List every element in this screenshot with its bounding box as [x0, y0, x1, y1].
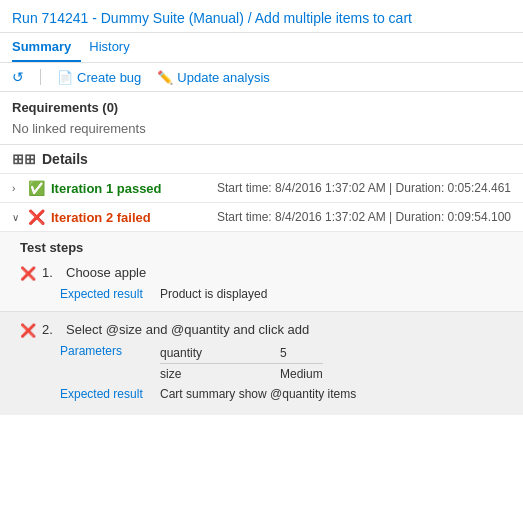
- details-expand-icon[interactable]: ⊞: [12, 151, 36, 167]
- iteration-1-chevron: ›: [12, 183, 22, 194]
- step-2-expected-value: Cart summary show @quantity items: [160, 387, 356, 401]
- step-1-row: ❌ 1. Choose apple: [20, 263, 503, 283]
- step-2-status-icon: ❌: [20, 323, 36, 338]
- tabs-bar: Summary History: [0, 33, 523, 63]
- step-2-action: Select @size and @quantity and click add: [66, 322, 309, 337]
- iteration-2-meta: Start time: 8/4/2016 1:37:02 AM | Durati…: [217, 210, 511, 224]
- refresh-icon: [12, 69, 24, 85]
- step-2-row: ❌ 2. Select @size and @quantity and clic…: [20, 320, 503, 340]
- requirements-empty: No linked requirements: [0, 119, 523, 144]
- step-2-section: ❌ 2. Select @size and @quantity and clic…: [0, 311, 523, 415]
- step-1-expected-label: Expected result: [60, 287, 160, 301]
- page-title: Run 714241 - Dummy Suite (Manual) / Add …: [0, 0, 523, 33]
- toolbar-divider: [40, 69, 41, 85]
- tab-summary[interactable]: Summary: [12, 33, 81, 62]
- param-value-size: Medium: [280, 367, 323, 381]
- details-title: Details: [42, 151, 88, 167]
- step-1-status-icon: ❌: [20, 266, 36, 281]
- details-header: ⊞ Details: [0, 144, 523, 173]
- iteration-2-chevron: ∨: [12, 212, 22, 223]
- param-row-size: size Medium: [160, 367, 323, 381]
- step-1-number: 1.: [42, 265, 58, 280]
- test-steps-title: Test steps: [20, 240, 503, 255]
- iteration-1-label: Iteration 1 passed: [51, 181, 162, 196]
- param-value-quantity: 5: [280, 346, 287, 360]
- update-analysis-button[interactable]: ✏️ Update analysis: [157, 70, 270, 85]
- iteration-2-label: Iteration 2 failed: [51, 210, 151, 225]
- iteration-1-meta: Start time: 8/4/2016 1:37:02 AM | Durati…: [217, 181, 511, 195]
- step-2-params-container: Parameters quantity 5 size Medium: [60, 344, 503, 383]
- step-2-params-label: Parameters: [60, 344, 160, 358]
- test-steps-section: Test steps ❌ 1. Choose apple Expected re…: [0, 231, 523, 311]
- create-bug-button[interactable]: 📄 Create bug: [57, 70, 141, 85]
- tab-history[interactable]: History: [89, 33, 139, 62]
- step-1-expected-value: Product is displayed: [160, 287, 267, 301]
- step-2-expected-row: Expected result Cart summary show @quant…: [60, 387, 503, 401]
- step-1-action: Choose apple: [66, 265, 146, 280]
- step-1-expected-row: Expected result Product is displayed: [60, 287, 503, 301]
- param-divider: [160, 363, 323, 364]
- step-2-number: 2.: [42, 322, 58, 337]
- iteration-2-status-icon: ❌: [28, 209, 45, 225]
- refresh-button[interactable]: [12, 69, 24, 85]
- step-2-expected-label: Expected result: [60, 387, 160, 401]
- step-2-params-table: quantity 5 size Medium: [160, 346, 323, 383]
- iteration-1-row[interactable]: › ✅ Iteration 1 passed Start time: 8/4/2…: [0, 173, 523, 202]
- update-analysis-label: Update analysis: [177, 70, 270, 85]
- toolbar: 📄 Create bug ✏️ Update analysis: [0, 63, 523, 92]
- iteration-2-row[interactable]: ∨ ❌ Iteration 2 failed Start time: 8/4/2…: [0, 202, 523, 231]
- pencil-icon: ✏️: [157, 70, 173, 85]
- iteration-1-status-icon: ✅: [28, 180, 45, 196]
- param-name-quantity: quantity: [160, 346, 240, 360]
- requirements-header: Requirements (0): [0, 92, 523, 119]
- create-bug-label: Create bug: [77, 70, 141, 85]
- bug-icon: 📄: [57, 70, 73, 85]
- param-name-size: size: [160, 367, 240, 381]
- param-row-quantity: quantity 5: [160, 346, 323, 360]
